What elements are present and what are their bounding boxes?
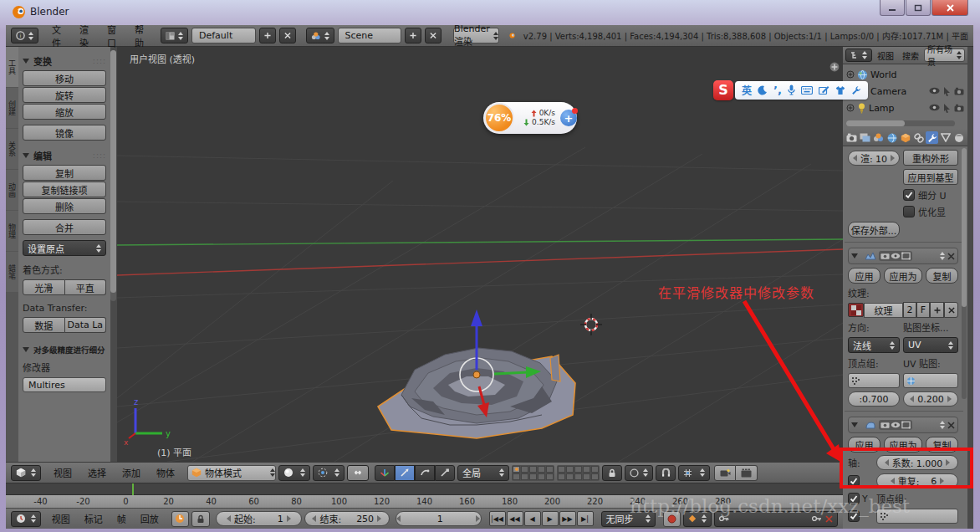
editor-type-info-button[interactable]: i	[11, 28, 38, 43]
delete-modifier-icon[interactable]	[947, 422, 955, 429]
ime-language-mode[interactable]: 英	[742, 83, 752, 97]
delete-button[interactable]: 删除	[23, 198, 106, 214]
memory-percent-badge[interactable]: 76%	[484, 103, 514, 133]
viewport-3d[interactable]: z y x 用户视图 (透视) (1) 平面	[117, 47, 843, 462]
sogou-logo-icon[interactable]: S	[713, 80, 733, 100]
expand-icon[interactable]	[846, 104, 855, 112]
view3d-menu-add[interactable]: 添加	[119, 466, 144, 479]
current-frame-marker[interactable]	[132, 483, 134, 495]
add-layout-button[interactable]	[259, 28, 276, 43]
edit-mode-toggle-icon[interactable]	[901, 252, 911, 260]
save-external-button[interactable]: 保存外部...	[848, 222, 900, 238]
editor-type-outliner-button[interactable]	[845, 49, 872, 62]
tab-relations[interactable]: 关系	[6, 129, 18, 169]
panel-header-transform[interactable]: 变换 ::::	[23, 54, 106, 68]
tab-modifiers[interactable]	[926, 131, 938, 144]
manipulator-toggle[interactable]	[347, 465, 369, 481]
eye-icon[interactable]	[929, 87, 940, 95]
layers-group-1[interactable]	[512, 465, 554, 481]
next-keyframe-button[interactable]: ▶▶	[559, 511, 576, 526]
join-button[interactable]: 合并	[23, 219, 106, 235]
vertex-group-field[interactable]	[848, 373, 900, 388]
viewport-shading-select[interactable]	[278, 465, 310, 481]
window-titlebar[interactable]: Blender	[0, 0, 980, 25]
soft-keyboard-icon[interactable]	[801, 86, 813, 95]
maximize-button[interactable]	[906, 0, 931, 16]
move-button[interactable]: 移动	[23, 70, 106, 86]
tab-object[interactable]	[899, 131, 911, 144]
panel-header-edit[interactable]: 编辑 ::::	[23, 149, 106, 162]
close-button[interactable]	[932, 0, 968, 16]
transform-orientation-select[interactable]: 全局	[457, 465, 509, 481]
coords-select[interactable]: UV	[903, 337, 958, 353]
menu-help[interactable]: 帮助	[131, 23, 147, 49]
manipulator-axes-icon[interactable]	[375, 465, 395, 481]
modifier-visibility-toggles[interactable]	[879, 420, 912, 430]
eye-icon[interactable]	[891, 252, 901, 260]
texture-users-button[interactable]: 2	[903, 302, 916, 318]
lock-frame-button[interactable]	[191, 511, 210, 527]
region-expand-icon[interactable]	[829, 62, 840, 72]
scale-button[interactable]: 缩放	[23, 104, 106, 120]
jump-to-end-button[interactable]: ▶|	[577, 511, 594, 526]
end-frame-field[interactable]: 结束: 250	[304, 511, 390, 526]
texture-name-field[interactable]: 纹理	[864, 303, 903, 318]
minimize-button[interactable]	[880, 0, 905, 16]
render-toggle-icon[interactable]	[880, 421, 890, 429]
render-toggle-icon[interactable]	[880, 252, 890, 260]
apply-button[interactable]: 应用	[848, 268, 880, 284]
smooth-modifier-header[interactable]	[848, 417, 958, 433]
jump-to-start-button[interactable]: |◀◀	[489, 511, 506, 526]
outliner-menu-view[interactable]: 视图	[874, 49, 897, 62]
rotate-manipulator-button[interactable]	[415, 465, 435, 481]
tab-world[interactable]	[886, 131, 898, 144]
unlink-texture-button[interactable]	[944, 302, 958, 318]
start-frame-field[interactable]: 起始: 1	[216, 511, 301, 526]
proportional-edit-select[interactable]	[625, 465, 653, 481]
tab-data[interactable]	[939, 131, 952, 144]
view3d-menu-object[interactable]: 物体	[153, 466, 178, 479]
fullwidth-moon-icon[interactable]	[758, 85, 768, 95]
layers-group-2[interactable]	[557, 465, 600, 481]
texture-preview-icon[interactable]	[848, 303, 864, 317]
copy-button[interactable]: 复制	[926, 268, 958, 284]
scene-name[interactable]: Scene	[338, 28, 402, 43]
eye-icon[interactable]	[891, 421, 901, 429]
uv-map-field[interactable]	[903, 373, 958, 388]
data-layout-button[interactable]: Data La	[65, 317, 107, 333]
tab-scene[interactable]	[872, 131, 885, 144]
tab-tools[interactable]: 工具	[6, 47, 18, 87]
snap-toggle[interactable]	[656, 465, 676, 481]
mirror-button[interactable]: 镜像	[23, 125, 106, 141]
tab-create[interactable]: 创建	[6, 88, 18, 128]
apply-base-button[interactable]: 应用到基型	[903, 169, 958, 185]
delete-modifier-icon[interactable]	[947, 253, 955, 260]
set-origin-select[interactable]: 设置原点	[23, 240, 106, 256]
snap-element-select[interactable]	[678, 465, 710, 481]
tab-physics[interactable]: 物理	[6, 211, 18, 251]
view3d-menu-select[interactable]: 选择	[84, 466, 110, 479]
strength-field[interactable]: :0.700	[848, 391, 900, 407]
play-button[interactable]: ▶	[542, 511, 559, 526]
add-scene-button[interactable]	[405, 28, 421, 43]
scene-icon-button[interactable]	[306, 28, 334, 43]
edit-mode-toggle-icon[interactable]	[901, 421, 911, 429]
widget-expand-button[interactable]: +	[560, 110, 577, 126]
use-preview-range-button[interactable]	[171, 511, 190, 527]
screen-layout-name[interactable]: Default	[191, 28, 256, 43]
punctuation-icon[interactable]: ’,	[773, 87, 782, 94]
cursor-select-icon[interactable]	[943, 87, 951, 96]
collapse-icon[interactable]	[851, 253, 858, 258]
modifier-visibility-toggles[interactable]	[879, 251, 912, 261]
opengl-render-button[interactable]	[714, 465, 736, 481]
toolbox-wrench-icon[interactable]	[851, 85, 861, 95]
editor-type-timeline-button[interactable]	[11, 511, 41, 527]
outliner-menu-search[interactable]: 搜索	[899, 49, 922, 62]
midlevel-field[interactable]: 0.200	[903, 391, 958, 407]
modifier-name-field[interactable]: Multires	[23, 377, 106, 392]
rotate-button[interactable]: 旋转	[23, 87, 106, 103]
timeline-menu-view[interactable]: 视图	[48, 512, 74, 525]
ime-toolbar[interactable]: S 英 ’,	[713, 79, 868, 100]
cursor-select-icon[interactable]	[943, 104, 951, 113]
pivot-point-select[interactable]	[313, 465, 345, 481]
